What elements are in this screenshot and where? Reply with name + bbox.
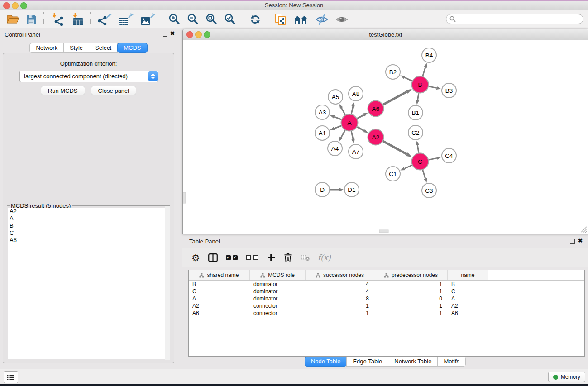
table-cell: C (448, 288, 488, 295)
hide-selected-button[interactable] (315, 14, 329, 25)
window-title: Session: New Session (0, 2, 588, 9)
graph-node-label: A3 (319, 109, 326, 116)
export-network-button[interactable] (97, 13, 112, 26)
column-header-shared-name[interactable]: shared name (189, 270, 250, 280)
close-panel-button[interactable]: Close panel (91, 86, 137, 95)
tab-network-table[interactable]: Network Table (388, 357, 438, 367)
node-table: shared nameMCDS rolesuccessor nodesprede… (188, 270, 585, 357)
table-toolbar: ⚙ ✓✓ (182, 248, 588, 267)
tab-mcds[interactable]: MCDS (117, 43, 147, 53)
task-history-button[interactable] (4, 371, 18, 383)
tab-style[interactable]: Style (63, 43, 89, 53)
tab-motifs[interactable]: Motifs (437, 357, 466, 367)
table-cell: A6 (189, 310, 250, 317)
table-cell: A2 (448, 302, 488, 310)
column-header-MCDS-role[interactable]: MCDS role (250, 270, 306, 280)
mcds-result-item[interactable]: A6 (8, 237, 169, 244)
network-canvas[interactable]: B4B2BB3A5A8A6A3AB1A1A2C2A4A7C4CC1C3DD1 (183, 40, 588, 233)
control-panel-tabs: NetworkStyleSelectMCDS (0, 43, 177, 53)
select-all-rows-icon[interactable]: ✓✓ (226, 255, 238, 260)
table-row[interactable]: A6connector11A6 (189, 310, 584, 317)
table-row[interactable]: Bdominator41B (189, 281, 584, 288)
column-type-icon (260, 273, 265, 278)
network-view-window: testGlobe.txt B4B2BB3A5A8A6A3AB1A1A2C2A4… (182, 29, 588, 234)
criterion-dropdown[interactable]: largest connected component (directed) (19, 71, 158, 82)
memory-button[interactable]: Memory (548, 372, 585, 382)
result-list-scrollbar[interactable] (165, 206, 170, 360)
column-type-icon (199, 273, 204, 278)
search-input[interactable] (446, 14, 583, 24)
zoom-in-icon (168, 13, 181, 25)
tab-select[interactable]: Select (89, 43, 118, 53)
column-visibility-icon[interactable] (208, 253, 218, 262)
delete-column-trash-icon[interactable] (284, 253, 292, 262)
column-header-predecessor-nodes[interactable]: predecessor nodes (374, 270, 448, 280)
import-network-button[interactable] (50, 13, 64, 26)
mcds-result-box: MCDS result (5 nodes) A2ABCA6 (7, 205, 170, 360)
table-cell: A2 (189, 302, 250, 310)
refresh-icon (249, 14, 261, 25)
deselect-all-rows-icon[interactable] (246, 255, 258, 260)
table-row[interactable]: Cdominator41C (189, 288, 584, 295)
zoom-out-button[interactable] (187, 13, 199, 25)
graph-node-label: A1 (319, 130, 326, 137)
import-table-button[interactable] (70, 13, 84, 26)
export-image-button[interactable] (140, 13, 155, 26)
export-table-button[interactable] (118, 13, 134, 26)
table-row[interactable]: Adominator80A (189, 295, 584, 302)
show-all-button[interactable] (335, 14, 349, 24)
tab-network[interactable]: Network (29, 43, 64, 53)
table-options-gear-icon[interactable]: ⚙ (191, 253, 200, 262)
tab-node-table[interactable]: Node Table (305, 357, 347, 367)
table-float-icon[interactable] (570, 239, 575, 244)
save-session-button[interactable] (25, 14, 37, 25)
clone-network-button[interactable] (274, 13, 287, 26)
table-cell: 1 (306, 310, 374, 317)
mcds-result-item[interactable]: C (8, 229, 169, 237)
add-column-icon[interactable] (267, 253, 276, 262)
zoom-fit-button[interactable] (206, 13, 218, 25)
graph-node-label: A7 (352, 148, 360, 155)
table-cell: 0 (374, 295, 448, 302)
float-panel-icon[interactable] (163, 32, 167, 37)
mcds-result-item[interactable]: B (8, 222, 169, 229)
table-cell: dominator (250, 288, 306, 295)
table-cell: A (448, 295, 488, 302)
main-toolbar (0, 10, 588, 29)
network-overview-button[interactable] (293, 14, 309, 25)
open-session-button[interactable] (6, 14, 19, 25)
horizontal-scrollbar-stub[interactable] (379, 230, 388, 233)
mcds-result-item[interactable]: A2 (8, 208, 169, 215)
run-mcds-button[interactable]: Run MCDS (41, 86, 85, 95)
save-icon (25, 14, 37, 25)
control-panel-header: Control Panel ✖ (0, 28, 177, 40)
zoom-selected-button[interactable] (224, 13, 236, 25)
graph-node-label: C (418, 158, 422, 165)
mcds-result-list[interactable]: A2ABCA6 (8, 208, 169, 359)
refresh-view-button[interactable] (249, 14, 261, 25)
network-graph[interactable]: B4B2BB3A5A8A6A3AB1A1A2C2A4A7C4CC1C3DD1 (183, 40, 588, 233)
function-builder-icon[interactable]: f(x) (318, 253, 331, 262)
table-row[interactable]: A2connector11A2 (189, 302, 584, 310)
close-panel-icon[interactable]: ✖ (170, 30, 175, 37)
dropdown-stepper-icon (148, 71, 158, 81)
search-icon (449, 16, 456, 22)
memory-label: Memory (561, 374, 580, 380)
search-area (446, 14, 583, 24)
tab-edge-table[interactable]: Edge Table (346, 357, 388, 367)
delete-table-icon[interactable] (300, 254, 310, 261)
column-header-successor-nodes[interactable]: successor nodes (306, 270, 374, 280)
mcds-result-item[interactable]: A (8, 215, 169, 222)
graph-node-label: B (418, 81, 422, 88)
table-close-icon[interactable]: ✖ (578, 238, 583, 244)
export-table-icon (118, 13, 134, 26)
column-header-name[interactable]: name (448, 270, 488, 280)
resize-grip-icon[interactable] (581, 227, 587, 233)
zoom-in-button[interactable] (168, 13, 181, 25)
home-pair-icon (293, 14, 309, 25)
graph-node-label: A5 (332, 94, 339, 100)
vertical-scrollbar-stub[interactable] (183, 192, 186, 203)
table-panel: Table Panel ✖ ⚙ ✓✓ (182, 235, 588, 368)
network-window-title: testGlobe.txt (183, 31, 588, 38)
graph-node-label: D (320, 186, 325, 193)
